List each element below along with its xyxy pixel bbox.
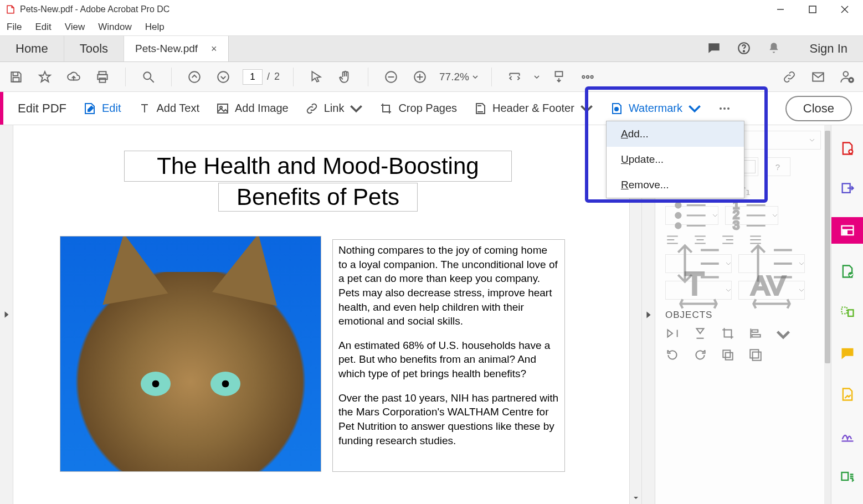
more-tools-strip-icon[interactable] bbox=[831, 463, 864, 490]
rotate-ccw-icon[interactable] bbox=[665, 348, 680, 364]
edit-pdf-indicator bbox=[0, 92, 3, 125]
zoom-out-icon[interactable] bbox=[382, 68, 400, 86]
bullet-list-dropdown[interactable] bbox=[665, 206, 718, 225]
right-tools-strip bbox=[831, 125, 863, 504]
watermark-button[interactable]: Watermark bbox=[610, 102, 701, 115]
hand-tool-icon[interactable] bbox=[336, 68, 355, 86]
left-nav-panel-toggle[interactable] bbox=[0, 125, 13, 504]
edit-pdf-icon[interactable] bbox=[831, 217, 864, 244]
svg-rect-1 bbox=[809, 6, 816, 13]
svg-rect-9 bbox=[100, 78, 106, 83]
share-people-icon[interactable] bbox=[838, 68, 856, 86]
doc-title-line2[interactable]: Benefits of Pets bbox=[218, 183, 418, 212]
svg-point-20 bbox=[582, 75, 584, 78]
svg-point-38 bbox=[676, 213, 681, 218]
window-maximize-button[interactable] bbox=[797, 0, 829, 19]
doc-para1: Nothing compares to the joy of coming ho… bbox=[338, 243, 559, 328]
svg-point-33 bbox=[720, 107, 722, 110]
email-icon[interactable] bbox=[809, 68, 828, 86]
help-icon[interactable] bbox=[737, 41, 751, 57]
document-page[interactable]: The Health and Mood-Boosting Benefits of… bbox=[13, 125, 629, 504]
print-icon[interactable] bbox=[93, 68, 112, 86]
format-panel-scrollbar[interactable] bbox=[824, 125, 831, 504]
doc-text-block[interactable]: Nothing compares to the joy of coming ho… bbox=[332, 239, 565, 472]
sign-in-button[interactable]: Sign In bbox=[794, 36, 864, 61]
replace-image-icon[interactable] bbox=[748, 348, 763, 364]
svg-text:3: 3 bbox=[733, 218, 739, 232]
title-bar: Pets-New.pdf - Adobe Acrobat Pro DC bbox=[0, 0, 863, 19]
combine-pdf-icon[interactable] bbox=[831, 258, 864, 285]
main-toolbar: / 2 77.2% bbox=[0, 62, 863, 92]
add-text-button[interactable]: Add Text bbox=[138, 102, 199, 115]
menu-view[interactable]: View bbox=[65, 22, 85, 33]
watermark-add-item[interactable]: Add... bbox=[607, 121, 744, 147]
flip-vertical-icon[interactable] bbox=[693, 326, 707, 342]
more-tools-icon[interactable] bbox=[578, 68, 597, 86]
menu-help[interactable]: Help bbox=[145, 22, 165, 33]
fit-width-icon[interactable] bbox=[505, 68, 524, 86]
sign-icon[interactable] bbox=[831, 422, 864, 449]
page-current-input[interactable] bbox=[243, 69, 263, 85]
select-tool-icon[interactable] bbox=[307, 68, 326, 86]
more-edit-icon[interactable] bbox=[718, 102, 731, 115]
menu-file[interactable]: File bbox=[7, 22, 22, 33]
watermark-update-item[interactable]: Update... bbox=[607, 147, 744, 172]
scroll-down-icon[interactable] bbox=[630, 492, 641, 504]
crop-pages-button[interactable]: Crop Pages bbox=[379, 102, 457, 115]
document-tab[interactable]: Pets-New.pdf × bbox=[124, 36, 229, 61]
horizontal-scale-dropdown[interactable]: T bbox=[665, 281, 732, 300]
arrange-icon[interactable] bbox=[721, 348, 735, 364]
svg-rect-83 bbox=[841, 307, 846, 314]
close-edit-button[interactable]: Close bbox=[785, 96, 852, 121]
doc-title-line1[interactable]: The Health and Mood-Boosting bbox=[124, 151, 512, 182]
zoom-in-icon[interactable] bbox=[410, 68, 429, 86]
find-icon[interactable] bbox=[139, 68, 158, 86]
window-title: Pets-New.pdf - Adobe Acrobat Pro DC bbox=[20, 4, 169, 14]
header-footer-button[interactable]: Header & Footer bbox=[474, 102, 593, 115]
watermark-remove-item[interactable]: Remove... bbox=[607, 172, 744, 198]
page-up-icon[interactable] bbox=[185, 68, 204, 86]
svg-point-24 bbox=[844, 71, 849, 76]
crop-object-icon[interactable] bbox=[721, 326, 735, 342]
doc-image-cat[interactable] bbox=[60, 236, 321, 472]
scroll-mode-icon[interactable] bbox=[549, 68, 568, 86]
close-tab-icon[interactable]: × bbox=[211, 43, 217, 55]
page-total: 2 bbox=[274, 71, 280, 83]
svg-point-22 bbox=[590, 75, 593, 78]
window-close-button[interactable] bbox=[829, 0, 861, 19]
fit-dropdown-icon[interactable] bbox=[534, 74, 540, 80]
rotate-cw-icon[interactable] bbox=[693, 348, 707, 364]
zoom-dropdown[interactable]: 77.2% bbox=[439, 71, 478, 83]
organize-pages-icon[interactable] bbox=[831, 299, 864, 326]
svg-rect-73 bbox=[750, 349, 758, 358]
svg-point-21 bbox=[587, 75, 589, 78]
char-spacing-dropdown[interactable]: AV bbox=[738, 281, 805, 300]
create-pdf-icon[interactable] bbox=[831, 135, 864, 162]
cloud-upload-icon[interactable] bbox=[64, 68, 83, 86]
comment-icon[interactable] bbox=[831, 340, 864, 367]
home-tab[interactable]: Home bbox=[0, 36, 64, 61]
svg-rect-71 bbox=[723, 350, 730, 357]
menu-window[interactable]: Window bbox=[98, 22, 131, 33]
add-image-button[interactable]: Add Image bbox=[216, 102, 289, 115]
page-down-icon[interactable] bbox=[214, 68, 233, 86]
svg-point-36 bbox=[676, 203, 681, 208]
menu-edit[interactable]: Edit bbox=[35, 22, 51, 33]
export-pdf-icon[interactable] bbox=[831, 176, 864, 203]
fill-sign-icon[interactable] bbox=[831, 381, 864, 408]
svg-rect-81 bbox=[843, 231, 846, 234]
star-icon[interactable] bbox=[35, 68, 54, 86]
save-icon[interactable] bbox=[7, 68, 25, 86]
link-button[interactable]: Link bbox=[305, 102, 363, 115]
numbered-list-dropdown[interactable]: 123 bbox=[725, 206, 778, 225]
flip-horizontal-icon[interactable] bbox=[665, 326, 680, 342]
edit-button[interactable]: Edit bbox=[83, 102, 121, 115]
align-objects-dropdown[interactable] bbox=[748, 326, 763, 342]
text-help-icon[interactable]: ? bbox=[765, 157, 790, 176]
svg-point-35 bbox=[727, 107, 730, 110]
window-minimize-button[interactable] bbox=[764, 0, 797, 19]
tools-tab[interactable]: Tools bbox=[64, 36, 124, 61]
notifications-icon[interactable] bbox=[767, 41, 781, 57]
comments-icon[interactable] bbox=[707, 41, 721, 57]
share-link-icon[interactable] bbox=[780, 68, 799, 86]
